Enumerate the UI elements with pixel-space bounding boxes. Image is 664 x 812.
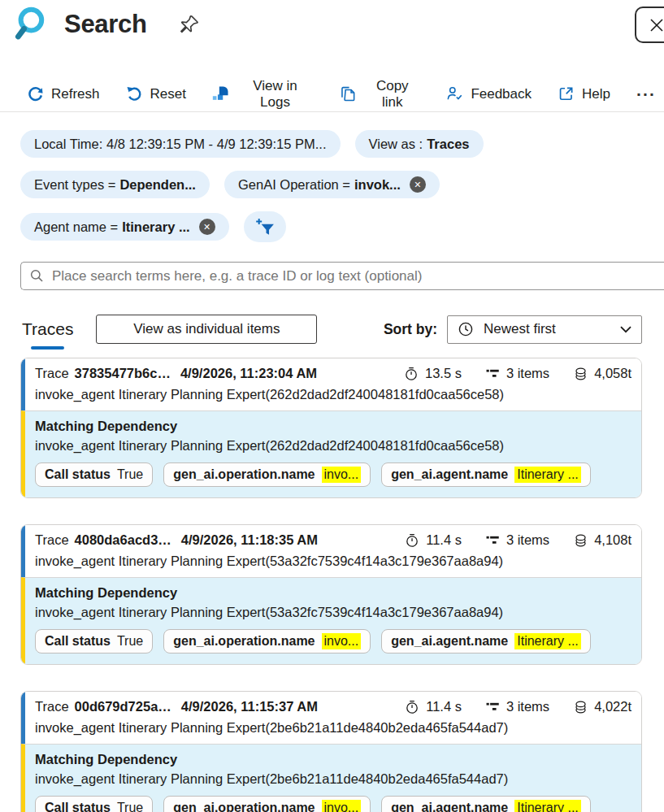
header: Search — [0, 0, 664, 49]
tag-operation-name: gen_ai.operation.name invo... — [163, 629, 371, 654]
items-value: 3 items — [506, 366, 549, 381]
add-filter-button[interactable] — [244, 211, 286, 242]
trace-timestamp: 4/9/2026, 11:23:04 AM — [180, 366, 317, 381]
sort-order-select[interactable]: Newest first — [447, 315, 642, 344]
tag-call-status: Call status True — [35, 629, 153, 654]
trace-card[interactable]: Trace 4080da6acd3… 4/9/2026, 11:18:35 AM… — [20, 524, 642, 665]
items-metric: 3 items — [486, 366, 549, 381]
match-title: Matching Dependency — [35, 752, 631, 767]
filter-pill-agent-name[interactable]: Agent name = Itinerary ... ✕ — [20, 213, 229, 241]
trace-label: Trace — [35, 699, 69, 714]
trace-summary: Trace 00d679d725a… 4/9/2026, 11:15:37 AM… — [21, 692, 641, 744]
filter-pill-local-time[interactable]: Local Time: 4/8 12:39:15 PM - 4/9 12:39:… — [20, 130, 341, 158]
search-input[interactable] — [52, 268, 664, 284]
tokens-metric: 4,058t — [574, 366, 631, 381]
duration-metric: 11.4 s — [405, 532, 462, 548]
feedback-button[interactable]: Feedback — [446, 85, 532, 102]
trace-id: 00d679d725a… — [75, 699, 171, 714]
chevron-down-icon — [620, 326, 631, 333]
remove-filter-icon[interactable]: ✕ — [199, 219, 215, 235]
matching-dependency-section: Matching Dependency invoke_agent Itinera… — [21, 577, 641, 664]
trace-operation: invoke_agent Itinerary Planning Expert(2… — [35, 720, 631, 736]
feedback-person-icon — [446, 85, 463, 102]
search-panel: Search Refresh — [0, 0, 664, 812]
sort-by-label: Sort by: — [384, 321, 437, 338]
items-icon — [486, 367, 500, 380]
tag-call-status: Call status True — [35, 796, 153, 812]
reset-icon — [126, 85, 143, 102]
refresh-icon — [27, 85, 44, 102]
view-in-logs-button[interactable]: View in Logs — [212, 78, 314, 111]
filter-bar: Local Time: 4/8 12:39:15 PM - 4/9 12:39:… — [0, 112, 664, 242]
help-button[interactable]: Help — [558, 85, 610, 102]
items-metric: 3 items — [486, 699, 549, 714]
more-commands-button[interactable]: ··· — [636, 85, 664, 104]
filter-label: GenAI Operation = — [238, 177, 350, 193]
trace-label: Trace — [35, 532, 69, 548]
toolbar: Refresh Reset View in Logs — [0, 76, 664, 112]
trace-timestamp: 4/9/2026, 11:15:37 AM — [181, 699, 318, 714]
page-title: Search — [64, 10, 147, 39]
remove-filter-icon[interactable]: ✕ — [410, 176, 426, 193]
filter-pill-view-as[interactable]: View as : Traces — [355, 130, 484, 158]
trace-card[interactable]: Trace 00d679d725a… 4/9/2026, 11:15:37 AM… — [20, 691, 642, 812]
trace-card[interactable]: Trace 37835477b6c… 4/9/2026, 11:23:04 AM… — [20, 358, 642, 498]
tab-traces[interactable]: Traces — [20, 319, 75, 339]
items-icon — [486, 534, 500, 546]
view-as-individual-items-button[interactable]: View as individual items — [96, 315, 317, 344]
tag-row: Call status True gen_ai.operation.name i… — [35, 462, 631, 487]
filter-value: Dependen... — [119, 177, 196, 193]
copy-icon — [340, 85, 357, 102]
toolbar-label: Copy link — [364, 78, 420, 111]
matching-dependency-section: Matching Dependency invoke_agent Itinera… — [21, 410, 641, 497]
refresh-button[interactable]: Refresh — [27, 85, 100, 102]
close-button[interactable] — [635, 7, 664, 43]
pin-icon[interactable] — [178, 14, 200, 36]
filter-label: Event types = — [34, 177, 115, 193]
filter-row: Local Time: 4/8 12:39:15 PM - 4/9 12:39:… — [20, 130, 664, 158]
sort-order-value: Newest first — [484, 321, 556, 337]
stopwatch-icon — [405, 533, 419, 548]
filter-pill-event-types[interactable]: Event types = Dependen... — [20, 171, 210, 198]
search-icon — [29, 268, 45, 284]
duration-metric: 13.5 s — [404, 366, 462, 381]
match-operation: invoke_agent Itinerary Planning Expert(2… — [35, 438, 631, 454]
filter-text: Local Time: 4/8 12:39:15 PM - 4/9 12:39:… — [34, 137, 327, 152]
logs-icon — [212, 85, 229, 102]
toolbar-label: Reset — [150, 86, 186, 102]
tag-operation-name: gen_ai.operation.name invo... — [163, 796, 371, 812]
stopwatch-icon — [404, 367, 419, 381]
tokens-value: 4,108t — [594, 532, 631, 548]
tag-agent-name: gen_ai.agent.name Itinerary ... — [381, 629, 591, 654]
clock-icon — [458, 321, 474, 337]
trace-label: Trace — [35, 366, 69, 381]
match-operation: invoke_agent Itinerary Planning Expert(5… — [35, 605, 631, 620]
trace-timestamp: 4/9/2026, 11:18:35 AM — [181, 532, 318, 548]
trace-id: 37835477b6c… — [75, 366, 171, 381]
tokens-metric: 4,108t — [574, 532, 631, 548]
match-title: Matching Dependency — [35, 419, 631, 434]
filter-value: Itinerary ... — [122, 219, 189, 235]
filter-pill-genai-operation[interactable]: GenAI Operation = invok... ✕ — [224, 171, 440, 198]
match-title: Matching Dependency — [35, 585, 631, 601]
tokens-metric: 4,022t — [574, 699, 631, 714]
toolbar-label: Refresh — [51, 86, 100, 102]
toolbar-label: View in Logs — [237, 78, 314, 111]
tokens-icon — [574, 533, 588, 548]
items-value: 3 items — [506, 532, 549, 548]
close-icon — [649, 18, 664, 33]
tag-row: Call status True gen_ai.operation.name i… — [35, 629, 631, 654]
results-bar: Traces View as individual items Sort by:… — [20, 315, 642, 344]
matching-dependency-section: Matching Dependency invoke_agent Itinera… — [21, 744, 641, 812]
copy-link-button[interactable]: Copy link — [340, 78, 420, 111]
tokens-value: 4,022t — [594, 699, 631, 714]
toolbar-label: Feedback — [471, 86, 532, 102]
search-box — [20, 262, 664, 290]
filter-row: Agent name = Itinerary ... ✕ — [20, 211, 664, 242]
reset-button[interactable]: Reset — [126, 85, 186, 102]
tokens-icon — [574, 367, 588, 381]
tag-agent-name: gen_ai.agent.name Itinerary ... — [381, 796, 591, 812]
match-operation: invoke_agent Itinerary Planning Expert(2… — [35, 771, 631, 787]
duration-value: 11.4 s — [426, 699, 462, 714]
items-icon — [486, 701, 500, 713]
